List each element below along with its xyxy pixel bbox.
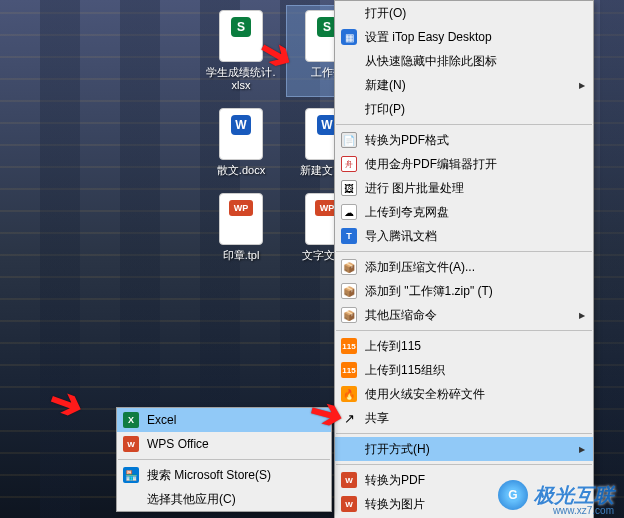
menu-item[interactable]: ↗共享 [335, 406, 593, 430]
menu-item[interactable]: 📦其他压缩命令 [335, 303, 593, 327]
menu-item[interactable]: 115上传到115组织 [335, 358, 593, 382]
menu-item[interactable]: 舟使用金舟PDF编辑器打开 [335, 152, 593, 176]
menu-separator [118, 459, 330, 460]
menu-item-label: 其他压缩命令 [365, 307, 437, 324]
context-menu-main: 打开(O)▦设置 iTop Easy Desktop从快速隐藏中排除此图标新建(… [334, 0, 594, 518]
menu-item[interactable]: 新建(N) [335, 73, 593, 97]
menu-item-label: 上传到夸克网盘 [365, 204, 449, 221]
icon-label: 散文.docx [217, 164, 265, 177]
itop-icon: ▦ [341, 29, 357, 45]
menu-item-label: 使用金舟PDF编辑器打开 [365, 156, 497, 173]
menu-item-label: 添加到压缩文件(A)... [365, 259, 475, 276]
menu-item-label: 打印(P) [365, 101, 405, 118]
menu-item-label: 上传到115 [365, 338, 421, 355]
context-menu-openwith: XExcelWWPS Office🏪搜索 Microsoft Store(S)选… [116, 407, 332, 512]
menu-item-label: 共享 [365, 410, 389, 427]
menu-separator [336, 464, 592, 465]
menu-item[interactable]: T导入腾讯文档 [335, 224, 593, 248]
115-icon: 115 [341, 362, 357, 378]
jz-icon: 舟 [341, 156, 357, 172]
wps-icon: W [341, 472, 357, 488]
menu-item[interactable]: 打印(P) [335, 97, 593, 121]
menu-item[interactable]: ☁上传到夸克网盘 [335, 200, 593, 224]
menu-item[interactable]: ▦设置 iTop Easy Desktop [335, 25, 593, 49]
menu-item[interactable]: WWPS Office [117, 432, 331, 456]
xlsx-icon [219, 10, 263, 62]
menu-item-label: 新建(N) [365, 77, 406, 94]
menu-item-label: 选择其他应用(C) [147, 491, 236, 508]
menu-item-label: 导入腾讯文档 [365, 228, 437, 245]
menu-separator [336, 330, 592, 331]
watermark-logo-icon: G [498, 480, 528, 510]
icon-label: 学生成绩统计.xlsx [205, 66, 277, 92]
pdf-icon: 📄 [341, 132, 357, 148]
menu-item-label: 使用火绒安全粉碎文件 [365, 386, 485, 403]
menu-item-label: 上传到115组织 [365, 362, 445, 379]
menu-item-label: 转换为图片 [365, 496, 425, 513]
menu-separator [336, 124, 592, 125]
menu-item[interactable]: 🏪搜索 Microsoft Store(S) [117, 463, 331, 487]
menu-item-label: Excel [147, 413, 176, 427]
wps-icon: W [341, 496, 357, 512]
menu-item[interactable]: 选择其他应用(C) [117, 487, 331, 511]
menu-item[interactable]: 从快速隐藏中排除此图标 [335, 49, 593, 73]
icon-label: 印章.tpl [223, 249, 260, 262]
menu-item[interactable]: 📄转换为PDF格式 [335, 128, 593, 152]
menu-item-label: WPS Office [147, 437, 209, 451]
menu-item-label: 搜索 Microsoft Store(S) [147, 467, 271, 484]
menu-item[interactable]: 📦添加到压缩文件(A)... [335, 255, 593, 279]
share-icon: ↗ [341, 410, 357, 426]
menu-separator [336, 251, 592, 252]
menu-item-label: 从快速隐藏中排除此图标 [365, 53, 497, 70]
cloud-icon: ☁ [341, 204, 357, 220]
tx-icon: T [341, 228, 357, 244]
menu-item-label: 进行 图片批量处理 [365, 180, 464, 197]
zip-icon: 📦 [341, 259, 357, 275]
menu-item[interactable]: 115上传到115 [335, 334, 593, 358]
img-icon: 🖼 [341, 180, 357, 196]
menu-item[interactable]: 打开方式(H) [335, 437, 593, 461]
menu-item-label: 设置 iTop Easy Desktop [365, 29, 492, 46]
zip-icon: 📦 [341, 283, 357, 299]
menu-item-label: 添加到 "工作簿1.zip" (T) [365, 283, 493, 300]
menu-item-label: 转换为PDF [365, 472, 425, 489]
watermark-url: www.xz7.com [553, 505, 614, 516]
zip-icon: 📦 [341, 307, 357, 323]
xl-icon: X [123, 412, 139, 428]
hr-icon: 🔥 [341, 386, 357, 402]
menu-item[interactable]: XExcel [117, 408, 331, 432]
menu-item[interactable]: 📦添加到 "工作簿1.zip" (T) [335, 279, 593, 303]
file-icon-tpl[interactable]: 印章.tpl [201, 189, 281, 266]
wps-icon [219, 193, 263, 245]
wps-icon: W [123, 436, 139, 452]
docx-icon [219, 108, 263, 160]
menu-item[interactable]: 🔥使用火绒安全粉碎文件 [335, 382, 593, 406]
file-icon-docx1[interactable]: 散文.docx [201, 104, 281, 181]
store-icon: 🏪 [123, 467, 139, 483]
menu-item-label: 打开方式(H) [365, 441, 430, 458]
menu-item-label: 转换为PDF格式 [365, 132, 449, 149]
menu-item[interactable]: 打开(O) [335, 1, 593, 25]
menu-separator [336, 433, 592, 434]
115-icon: 115 [341, 338, 357, 354]
menu-item-label: 打开(O) [365, 5, 406, 22]
menu-item[interactable]: 🖼进行 图片批量处理 [335, 176, 593, 200]
file-icon-xlsx1[interactable]: 学生成绩统计.xlsx [201, 6, 281, 96]
